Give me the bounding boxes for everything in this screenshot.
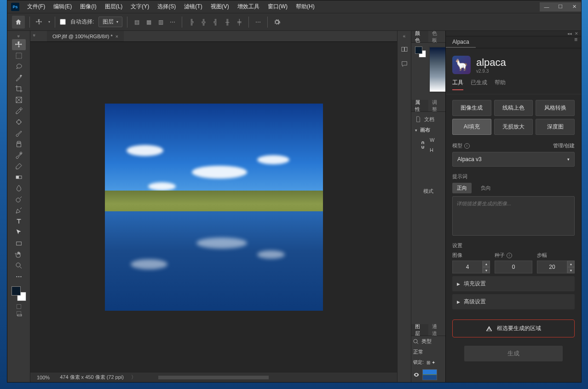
- alpaca-btn-2[interactable]: 风格转换: [536, 100, 575, 116]
- dodge-tool[interactable]: [12, 194, 26, 205]
- eyedropper-tool[interactable]: [12, 105, 26, 116]
- align-center-icon[interactable]: ▦: [144, 17, 153, 27]
- alpaca-subtab-2[interactable]: 帮助: [495, 79, 506, 90]
- alpaca-btn-4[interactable]: 无损放大: [494, 119, 533, 135]
- expand-mid-icon[interactable]: «: [403, 34, 406, 39]
- alpaca-btn-5[interactable]: 深度图: [536, 119, 575, 135]
- gear-icon[interactable]: [272, 17, 282, 27]
- gradient-tool[interactable]: [12, 172, 26, 183]
- alpaca-subtab-1[interactable]: 已生成: [471, 79, 487, 90]
- screen-mode-icon[interactable]: ▭: [17, 311, 21, 316]
- menu-选择(S)[interactable]: 选择(S): [153, 3, 180, 11]
- alpaca-subtab-0[interactable]: 工具: [452, 79, 463, 90]
- scroll-track[interactable]: [158, 376, 269, 379]
- images-input[interactable]: [452, 261, 483, 273]
- info-icon[interactable]: i: [464, 143, 470, 149]
- crop-tool[interactable]: [12, 83, 26, 94]
- steps-down[interactable]: ▼: [567, 267, 575, 273]
- distribute-hcenter-icon[interactable]: ╫: [223, 17, 232, 27]
- advanced-settings-toggle[interactable]: ▶高级设置: [452, 294, 575, 309]
- minimize-button[interactable]: —: [540, 2, 553, 12]
- type-tool[interactable]: [12, 216, 26, 227]
- blur-tool[interactable]: [12, 183, 26, 194]
- menu-图层(L)[interactable]: 图层(L): [101, 3, 127, 11]
- manage-models-link[interactable]: 管理/创建: [553, 142, 575, 149]
- distribute-vcenter-icon[interactable]: ╬: [199, 17, 208, 27]
- layers-tab[interactable]: 图层: [411, 324, 428, 336]
- canvas-section-label[interactable]: 画布: [420, 127, 430, 134]
- images-up[interactable]: ▲: [483, 261, 490, 267]
- menu-文字(Y)[interactable]: 文字(Y): [127, 3, 153, 11]
- images-down[interactable]: ▼: [483, 267, 490, 273]
- prompt-negative-tab[interactable]: 负向: [476, 183, 496, 193]
- brush-tool[interactable]: [12, 128, 26, 139]
- eraser-tool[interactable]: [12, 161, 26, 172]
- marquee-tool[interactable]: [12, 50, 26, 61]
- pen-tool[interactable]: [12, 205, 26, 216]
- menu-文件(F)[interactable]: 文件(F): [23, 3, 49, 11]
- align-more-icon[interactable]: ⋯: [168, 17, 177, 27]
- quick-mask-icon[interactable]: [17, 304, 21, 309]
- lock-icons[interactable]: ⊞ ✦: [427, 360, 435, 365]
- auto-select-target[interactable]: 图层▾: [98, 17, 122, 27]
- close-window-button[interactable]: ✕: [567, 2, 581, 12]
- properties-tab[interactable]: 属性: [411, 100, 428, 111]
- swatches-tab[interactable]: 色板: [428, 31, 445, 42]
- visibility-icon[interactable]: [413, 372, 420, 378]
- alpaca-tab[interactable]: Alpaca: [446, 36, 476, 48]
- menu-滤镜(T)[interactable]: 滤镜(T): [180, 3, 206, 11]
- info-icon[interactable]: i: [507, 253, 512, 258]
- menu-图像(I)[interactable]: 图像(I): [76, 3, 100, 11]
- search-icon[interactable]: [413, 339, 419, 344]
- toolbar-expand-icon[interactable]: »: [16, 35, 21, 38]
- generate-button[interactable]: 生成: [464, 346, 563, 361]
- distribute-top-icon[interactable]: ╠: [187, 17, 196, 27]
- zoom-tool[interactable]: [12, 260, 26, 271]
- collapse-plugin-icon[interactable]: ◂◂: [567, 31, 572, 36]
- menu-编辑(E)[interactable]: 编辑(E): [49, 3, 76, 11]
- color-picker-swatch[interactable]: [415, 46, 426, 58]
- layer-filter-label[interactable]: 类型: [421, 338, 432, 345]
- spot-heal-tool[interactable]: [12, 116, 26, 128]
- distribute-more-icon[interactable]: ╪: [235, 17, 244, 27]
- color-swatch[interactable]: [11, 285, 27, 302]
- link-icon[interactable]: [421, 140, 425, 150]
- move-tool-icon[interactable]: [35, 17, 44, 27]
- color-tab[interactable]: 颜色: [411, 31, 428, 42]
- hand-tool[interactable]: [12, 249, 26, 260]
- more-tool[interactable]: [12, 271, 26, 282]
- frame-tool[interactable]: [12, 94, 26, 105]
- close-tab-icon[interactable]: ×: [115, 34, 118, 39]
- prompt-positive-tab[interactable]: 正向: [452, 183, 472, 193]
- steps-up[interactable]: ▲: [567, 261, 575, 267]
- seed-input[interactable]: [495, 261, 532, 273]
- fg-color[interactable]: [12, 286, 21, 296]
- zoom-level[interactable]: 100%: [30, 375, 56, 380]
- learn-icon[interactable]: [400, 45, 409, 53]
- menu-增效工具[interactable]: 增效工具: [233, 3, 264, 11]
- model-select[interactable]: Alpaca v3▾: [452, 152, 575, 167]
- close-plugin-icon[interactable]: ✕: [575, 31, 578, 36]
- move-tool[interactable]: [12, 39, 26, 50]
- panel-menu-icon[interactable]: ≡: [571, 36, 581, 48]
- menu-视图(V)[interactable]: 视图(V): [207, 3, 233, 11]
- channels-tab[interactable]: 通道: [428, 324, 445, 336]
- comment-icon[interactable]: [400, 60, 409, 68]
- rectangle-tool[interactable]: [12, 238, 26, 249]
- alpaca-btn-1[interactable]: 线稿上色: [494, 100, 533, 116]
- status-menu-icon[interactable]: 〉: [127, 374, 140, 381]
- align-right-icon[interactable]: ▥: [156, 17, 165, 27]
- steps-input[interactable]: [537, 261, 567, 273]
- distribute-bottom-icon[interactable]: ╣: [211, 17, 220, 27]
- layer-row[interactable]: [411, 367, 445, 382]
- document-tab[interactable]: OIP.jfif @ 100%(RGB/8#) * ×: [47, 31, 124, 41]
- fill-settings-toggle[interactable]: ▶填充设置: [452, 276, 575, 291]
- lasso-tool[interactable]: [12, 61, 26, 72]
- home-button[interactable]: [12, 16, 25, 29]
- overflow-icon[interactable]: ⋯: [254, 17, 263, 27]
- align-left-icon[interactable]: ▤: [132, 17, 141, 27]
- layer-thumbnail[interactable]: [422, 369, 437, 380]
- menu-窗口(W)[interactable]: 窗口(W): [264, 3, 292, 11]
- path-select-tool[interactable]: [12, 227, 26, 238]
- auto-select-checkbox[interactable]: [60, 19, 66, 25]
